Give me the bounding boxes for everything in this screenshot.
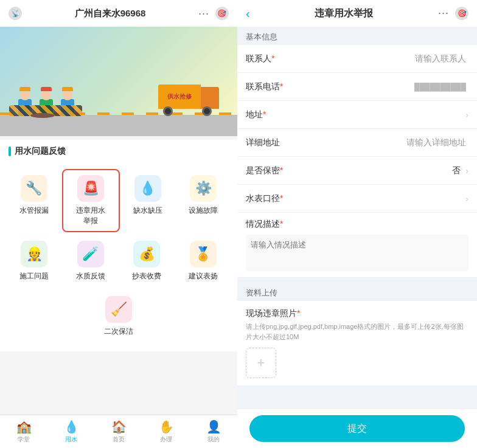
illustration: 供水抢修 [0, 27, 237, 136]
signal-icon: 📡 [9, 7, 22, 20]
right-target-icon[interactable]: 🎯 [455, 7, 468, 20]
submit-bar: 提交 [237, 408, 477, 448]
form-row-address: 地址* › [237, 101, 477, 129]
grid-item-water-pipe[interactable]: 🔧 水管报漏 [6, 169, 62, 232]
upload-title: 现场违章照片* [246, 308, 468, 319]
meter-label: 抄表收费 [132, 271, 161, 281]
nav-mine[interactable]: 👤 我的 [190, 415, 237, 448]
form-row-contact: 联系人* 请输入联系人 [237, 45, 477, 73]
address-arrow[interactable]: › [465, 110, 468, 120]
illegal-report-icon: 🚨 [77, 175, 104, 202]
lack-water-icon: 💧 [134, 175, 161, 202]
nav-water[interactable]: 💧 用水 [47, 415, 95, 448]
home-icon: 🏠 [111, 419, 127, 434]
app-title: 广州自来水96968 [75, 8, 146, 19]
study-label: 学堂 [18, 435, 30, 444]
private-value[interactable]: 否 [288, 165, 463, 176]
more-icon[interactable]: ··· [198, 7, 209, 20]
nav-handle[interactable]: ✋ 办理 [142, 415, 190, 448]
right-more-icon[interactable]: ··· [438, 7, 449, 20]
upload-button[interactable]: + [246, 348, 276, 378]
left-panel: 📡 广州自来水96968 ··· 🎯 供水抢修 [0, 0, 237, 448]
quality-label: 水质反馈 [76, 271, 105, 281]
meter-icon: 💰 [133, 241, 160, 267]
private-label: 是否保密* [246, 165, 288, 176]
mine-icon: 👤 [206, 419, 221, 434]
recommend-label: 建议表扬 [189, 271, 218, 281]
description-label: 情况描述* [246, 219, 288, 230]
contact-label: 联系人* [246, 53, 288, 64]
upload-section: 现场违章照片* 请上传png,jpg,gif,jpeg,pdf,bmp,imag… [237, 301, 477, 385]
address-label: 地址* [246, 109, 288, 120]
private-arrow[interactable]: › [465, 166, 468, 176]
hero-banner: 供水抢修 [0, 27, 237, 136]
upload-hint: 请上传png,jpg,gif,jpeg,pdf,bmp,image格式的图片，最… [246, 322, 468, 342]
form-row-private: 是否保密* 否 › [237, 157, 477, 185]
water-icon: 💧 [64, 419, 79, 434]
grid-container: 🔧 水管报漏 🚨 违章用水举报 💧 缺水缺压 ⚙️ 设施故障 👷 施工问题 [0, 163, 237, 351]
facility-icon: ⚙️ [190, 175, 217, 202]
target-icon[interactable]: 🎯 [215, 7, 229, 20]
form-row-description: 情况描述* [237, 213, 477, 278]
submit-button[interactable]: 提交 [249, 415, 465, 442]
water-pipe-label: 水管报漏 [19, 205, 49, 216]
meter-arrow[interactable]: › [465, 194, 468, 204]
right-panel: ‹ 违章用水举报 ··· 🎯 基本信息 联系人* 请输入联系人 [237, 0, 477, 448]
home-label: 首页 [113, 435, 125, 444]
grid-item-meter[interactable]: 💰 抄表收费 [119, 235, 175, 288]
grid-row-2: 👷 施工问题 🧪 水质反馈 💰 抄表收费 🏅 建议表扬 [0, 235, 237, 288]
detail-address-value[interactable]: 请输入详细地址 [288, 137, 468, 148]
basic-info-header: 基本信息 [237, 27, 477, 45]
illegal-report-label: 违章用水举报 [76, 205, 105, 226]
form-section-basic: 联系人* 请输入联系人 联系电话* ██████████ 地址* [237, 45, 477, 278]
grid-item-illegal-report[interactable]: 🚨 违章用水举报 [62, 169, 120, 232]
right-panel-title: 违章用水举报 [315, 7, 373, 20]
secondary-icon: 🧹 [105, 296, 132, 323]
handle-icon: ✋ [159, 419, 174, 434]
detail-address-label: 详细地址 [246, 137, 288, 148]
plus-icon: + [257, 355, 265, 371]
grid-item-facility[interactable]: ⚙️ 设施故障 [176, 169, 232, 232]
form-row-phone: 联系电话* ██████████ [237, 73, 477, 101]
upload-section-header: 资料上传 [237, 283, 477, 301]
mine-label: 我的 [207, 435, 220, 444]
right-header: ‹ 违章用水举报 ··· 🎯 [237, 0, 477, 27]
grid-item-lack-water[interactable]: 💧 缺水缺压 [120, 169, 176, 232]
handle-label: 办理 [160, 435, 172, 444]
secondary-label: 二次保洁 [104, 326, 133, 337]
quality-icon: 🧪 [77, 241, 104, 267]
water-label: 用水 [65, 435, 77, 444]
header-icons: ··· 🎯 [198, 7, 229, 20]
description-input[interactable] [246, 235, 468, 271]
nav-study[interactable]: 🏫 学堂 [0, 415, 47, 448]
lack-water-label: 缺水缺压 [133, 205, 162, 216]
grid-item-construction[interactable]: 👷 施工问题 [6, 235, 63, 288]
left-header: 📡 广州自来水96968 ··· 🎯 [0, 0, 237, 27]
grid-item-secondary[interactable]: 🧹 二次保洁 [6, 290, 231, 343]
meter-size-label: 水表口径* [246, 193, 288, 204]
construction-icon: 👷 [21, 241, 47, 267]
study-icon: 🏫 [16, 419, 32, 434]
recommend-icon: 🏅 [190, 241, 217, 267]
facility-label: 设施故障 [189, 205, 218, 216]
right-panel-wrapper: ‹ 违章用水举报 ··· 🎯 基本信息 联系人* 请输入联系人 [237, 0, 477, 448]
grid-row-1: 🔧 水管报漏 🚨 违章用水举报 💧 缺水缺压 ⚙️ 设施故障 [0, 169, 237, 232]
form-row-detail-address: 详细地址 请输入详细地址 [237, 129, 477, 157]
phone-value[interactable]: ██████████ [288, 83, 468, 91]
bottom-nav: 🏫 学堂 💧 用水 🏠 首页 ✋ 办理 👤 我的 [0, 415, 237, 448]
right-content: 基本信息 联系人* 请输入联系人 联系电话* ██████████ [237, 27, 477, 448]
section-title: 用水问题反馈 [0, 140, 237, 163]
nav-home[interactable]: 🏠 首页 [95, 415, 142, 448]
phone-label: 联系电话* [246, 81, 288, 92]
back-button[interactable]: ‹ [246, 7, 250, 21]
grid-item-recommend[interactable]: 🏅 建议表扬 [175, 235, 232, 288]
required-mark: * [271, 53, 274, 63]
right-header-icons: ··· 🎯 [438, 7, 468, 20]
construction-label: 施工问题 [19, 271, 49, 281]
form-row-meter-size: 水表口径* › [237, 185, 477, 213]
grid-item-quality[interactable]: 🧪 水质反馈 [63, 235, 119, 288]
grid-row-3: 🧹 二次保洁 [0, 290, 237, 343]
contact-value[interactable]: 请输入联系人 [288, 53, 468, 64]
water-pipe-icon: 🔧 [21, 175, 47, 202]
